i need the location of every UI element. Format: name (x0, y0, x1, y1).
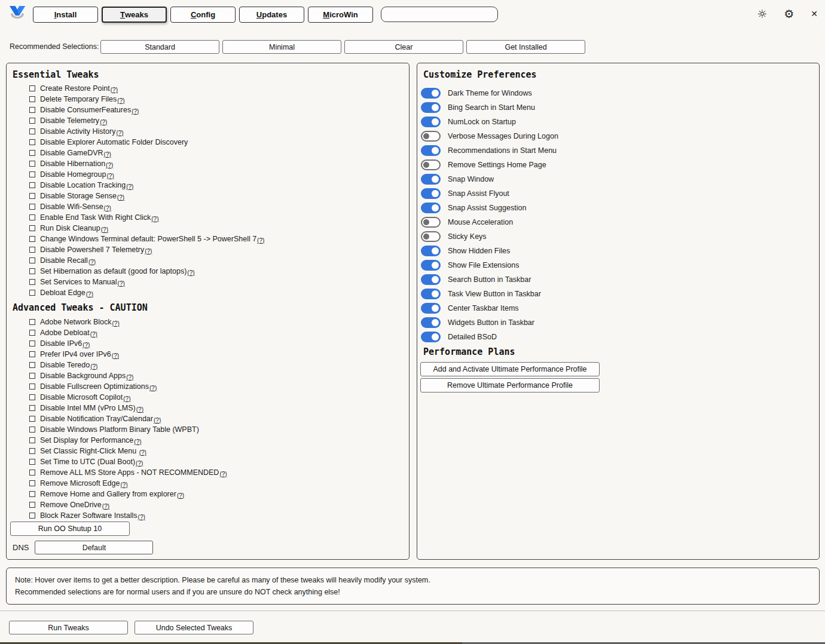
tweak-checkbox[interactable] (29, 405, 35, 411)
tweak-checkbox[interactable] (29, 247, 35, 253)
tweak-checkbox[interactable] (29, 427, 35, 433)
tweak-checkbox[interactable] (29, 394, 35, 400)
tweak-checkbox[interactable] (29, 459, 35, 465)
tab-microwin[interactable]: MicroWin (308, 7, 373, 23)
toggle-switch-off[interactable] (421, 160, 441, 170)
tweak-checkbox[interactable] (29, 341, 35, 346)
tweak-checkbox[interactable] (29, 150, 35, 156)
tweak-checkbox[interactable] (29, 279, 35, 285)
tweak-checkbox[interactable] (29, 319, 35, 325)
help-link[interactable]: (?) (123, 395, 130, 402)
help-link[interactable]: (?) (126, 183, 133, 190)
help-link[interactable]: (?) (101, 226, 108, 233)
tweak-checkbox[interactable] (29, 491, 35, 497)
tweak-checkbox[interactable] (29, 290, 35, 296)
tweak-checkbox[interactable] (29, 513, 35, 519)
tweak-checkbox[interactable] (29, 384, 35, 390)
help-link[interactable]: (?) (104, 151, 111, 158)
help-link[interactable]: (?) (117, 97, 124, 104)
tab-updates[interactable]: Updates (239, 7, 304, 23)
help-link[interactable]: (?) (86, 291, 93, 298)
undo-selected-tweaks-button[interactable]: Undo Selected Tweaks (135, 621, 253, 634)
toggle-switch-off[interactable] (421, 217, 441, 228)
run-oo-shutup-button[interactable]: Run OO Shutup 10 (10, 522, 130, 536)
close-icon[interactable]: ✕ (809, 5, 819, 23)
toggle-switch-on[interactable] (421, 145, 441, 156)
tweak-checkbox[interactable] (29, 502, 35, 508)
help-link[interactable]: (?) (139, 449, 146, 456)
help-link[interactable]: (?) (82, 342, 90, 348)
toggle-switch-on[interactable] (421, 303, 441, 314)
tweak-checkbox[interactable] (29, 448, 35, 454)
help-link[interactable]: (?) (136, 460, 143, 467)
toggle-switch-on[interactable] (421, 188, 441, 199)
tab-config[interactable]: Config (170, 7, 236, 23)
tweak-checkbox[interactable] (29, 139, 35, 145)
tweak-checkbox[interactable] (29, 96, 35, 102)
toggle-switch-on[interactable] (421, 88, 441, 99)
help-link[interactable]: (?) (112, 320, 120, 327)
tweak-checkbox[interactable] (29, 362, 35, 368)
help-link[interactable]: (?) (118, 280, 125, 287)
tweak-checkbox[interactable] (29, 351, 35, 357)
help-link[interactable]: (?) (90, 363, 97, 370)
toggle-switch-off[interactable] (421, 231, 441, 242)
tweak-checkbox[interactable] (29, 470, 35, 476)
help-link[interactable]: (?) (104, 205, 111, 211)
help-link[interactable]: (?) (134, 438, 141, 445)
tweak-checkbox[interactable] (29, 107, 35, 113)
tab-install[interactable]: Install (33, 7, 98, 23)
tweak-checkbox[interactable] (29, 257, 35, 263)
remove-ultimate-performance-profile-button[interactable]: Remove Ultimate Performance Profile (420, 378, 600, 392)
tweak-checkbox[interactable] (29, 236, 35, 242)
help-link[interactable]: (?) (187, 269, 194, 276)
tweak-checkbox[interactable] (29, 182, 35, 188)
toggle-switch-on[interactable] (421, 116, 441, 127)
tweak-checkbox[interactable] (29, 85, 35, 91)
standard-button[interactable]: Standard (100, 40, 219, 54)
theme-toggle-icon[interactable]: ☼ (756, 5, 768, 23)
toggle-switch-on[interactable] (421, 260, 441, 271)
help-link[interactable]: (?) (149, 385, 157, 391)
settings-gear-icon[interactable]: ⚙ (783, 5, 795, 23)
tweak-checkbox[interactable] (29, 118, 35, 124)
help-link[interactable]: (?) (102, 503, 109, 510)
tweak-checkbox[interactable] (29, 128, 35, 134)
tweak-checkbox[interactable] (29, 193, 35, 199)
toggle-switch-on[interactable] (421, 102, 441, 113)
help-link[interactable]: (?) (138, 514, 145, 520)
tweak-checkbox[interactable] (29, 268, 35, 274)
minimal-button[interactable]: Minimal (222, 40, 341, 54)
tweak-checkbox[interactable] (29, 416, 35, 422)
help-link[interactable]: (?) (111, 87, 118, 93)
tweak-checkbox[interactable] (29, 437, 35, 443)
tweak-checkbox[interactable] (29, 225, 35, 231)
help-link[interactable]: (?) (154, 417, 161, 424)
toggle-switch-on[interactable] (421, 203, 441, 213)
help-link[interactable]: (?) (106, 162, 113, 168)
help-link[interactable]: (?) (151, 216, 158, 222)
help-link[interactable]: (?) (145, 248, 152, 254)
dns-select[interactable]: Default (35, 541, 153, 554)
help-link[interactable]: (?) (90, 331, 97, 338)
toggle-switch-off[interactable] (421, 131, 441, 142)
help-link[interactable]: (?) (132, 108, 139, 115)
help-link[interactable]: (?) (116, 130, 123, 136)
get-installed-button[interactable]: Get Installed (466, 40, 585, 54)
tweak-checkbox[interactable] (29, 330, 35, 336)
tweak-checkbox[interactable] (29, 171, 35, 177)
tweak-checkbox[interactable] (29, 204, 35, 210)
help-link[interactable]: (?) (117, 194, 124, 201)
toggle-switch-on[interactable] (421, 174, 441, 185)
toggle-switch-on[interactable] (421, 246, 441, 256)
search-input[interactable] (381, 7, 498, 22)
toggle-switch-on[interactable] (421, 274, 441, 285)
tweak-checkbox[interactable] (29, 373, 35, 379)
help-link[interactable]: (?) (219, 471, 227, 477)
help-link[interactable]: (?) (136, 406, 143, 413)
tab-tweaks[interactable]: Tweaks (102, 7, 167, 23)
help-link[interactable]: (?) (100, 119, 107, 125)
help-link[interactable]: (?) (120, 482, 127, 488)
run-tweaks-button[interactable]: Run Tweaks (9, 621, 128, 634)
tweak-checkbox[interactable] (29, 214, 35, 220)
